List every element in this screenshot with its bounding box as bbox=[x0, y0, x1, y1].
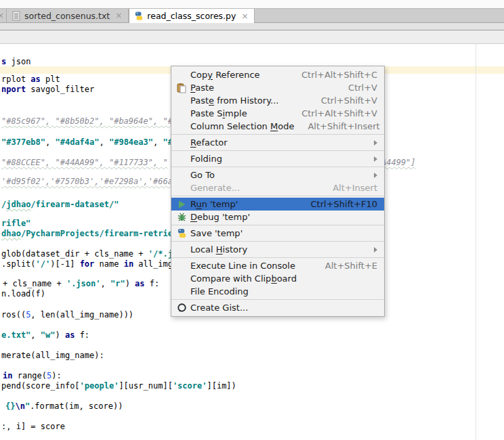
menu-separator bbox=[171, 257, 384, 258]
menu-icon-placeholder bbox=[174, 95, 189, 106]
menu-item-label: Create Gist... bbox=[190, 303, 248, 313]
menu-separator bbox=[171, 150, 384, 151]
code-token: merate(all_img_name): bbox=[1, 351, 104, 360]
close-icon[interactable]: × bbox=[0, 12, 5, 20]
code-line: ros((5, len(all_img_name))) bbox=[1, 310, 133, 320]
code-token: plt bbox=[41, 74, 60, 84]
menu-shortcut: Alt+Insert bbox=[319, 183, 377, 193]
menu-item-run-temp[interactable]: Run 'temp'Ctrl+Shift+F10 bbox=[171, 198, 384, 211]
menu-separator bbox=[171, 225, 384, 225]
code-token: f: bbox=[75, 330, 89, 340]
code-token: .format(im, score)) bbox=[30, 401, 123, 411]
code-token: in bbox=[124, 259, 133, 269]
code-token: /firearm-dataset/" bbox=[30, 200, 119, 209]
menu-item-compare-with-clipboard[interactable]: Compare with Clipboard bbox=[171, 272, 384, 285]
menu-item-label: Generate... bbox=[190, 183, 240, 193]
code-line: + cls_name + '.json', "r") as f: bbox=[3, 279, 159, 288]
code-token: .split( bbox=[1, 259, 36, 269]
close-icon[interactable]: × bbox=[114, 12, 123, 20]
paste-icon bbox=[174, 83, 189, 93]
right-margin-guide bbox=[476, 44, 476, 440]
code-token: name bbox=[94, 259, 123, 269]
menu-item-create-gist[interactable]: Create Gist... bbox=[171, 301, 384, 314]
menu-item-paste[interactable]: PasteCtrl+V bbox=[171, 81, 384, 94]
tab-sorted-consenus[interactable]: sorted_consenus.txt × bbox=[7, 9, 129, 22]
menu-icon-placeholder bbox=[174, 273, 189, 284]
menu-item-local-history[interactable]: Local History bbox=[171, 243, 384, 256]
python-icon bbox=[134, 11, 144, 21]
menu-item-execute-line-in-console[interactable]: Execute Line in ConsoleAlt+Shift+E bbox=[171, 259, 384, 272]
code-line: "#377eb8", "#4daf4a", "#984ea3", "#f bbox=[1, 137, 177, 147]
menu-item-label: Paste Simple bbox=[190, 108, 247, 118]
code-token: "#4daf4a" bbox=[55, 137, 99, 147]
code-token: as bbox=[65, 330, 75, 340]
code-token: ) bbox=[125, 279, 135, 288]
menu-separator bbox=[171, 241, 384, 242]
debug-icon bbox=[174, 212, 189, 223]
code-token: , bbox=[101, 279, 110, 288]
menu-item-label: Go To bbox=[190, 170, 215, 180]
window-top-strip bbox=[0, 0, 504, 9]
code-token: ][im]) bbox=[207, 381, 236, 391]
menu-icon-placeholder bbox=[174, 286, 189, 297]
code-line: "#85c967", "#8b50b2", "#ba964e", "# bbox=[1, 116, 173, 126]
menu-item-paste-from-history[interactable]: Paste from History...Ctrl+Shift+V bbox=[171, 94, 384, 107]
menu-icon-placeholder bbox=[174, 261, 189, 271]
close-icon[interactable]: × bbox=[240, 12, 249, 20]
code-line: e.txt", "w") as f: bbox=[1, 330, 89, 340]
code-token: , bbox=[30, 330, 40, 340]
menu-item-column-selection-mode[interactable]: Column Selection ModeAlt+Shift+Insert bbox=[171, 120, 384, 133]
code-token: , len(all_img_name))) bbox=[30, 310, 133, 320]
menu-item-debug-temp[interactable]: Debug 'temp' bbox=[171, 211, 384, 223]
menu-shortcut: Alt+Shift+E bbox=[312, 261, 377, 271]
menu-shortcut: Ctrl+V bbox=[335, 83, 377, 93]
menu-icon-placeholder bbox=[174, 70, 189, 81]
code-token: )[-1] bbox=[50, 259, 79, 269]
menu-separator bbox=[171, 299, 384, 300]
ide-window: × sorted_consenus.txt × read_class_score… bbox=[0, 0, 504, 440]
submenu-arrow-icon bbox=[374, 140, 377, 146]
code-token: ) bbox=[56, 330, 65, 340]
menu-item-label: Compare with Clipboard bbox=[190, 273, 297, 284]
code-token: :, i] = score bbox=[1, 422, 65, 431]
menu-item-label: Execute Line in Console bbox=[190, 261, 295, 271]
code-token: jdhao bbox=[6, 200, 30, 209]
code-token: as bbox=[30, 74, 40, 84]
menu-item-label: Paste bbox=[190, 83, 214, 93]
menu-item-folding[interactable]: Folding bbox=[171, 152, 384, 165]
code-token: ros(( bbox=[1, 310, 26, 320]
submenu-arrow-icon bbox=[374, 156, 377, 162]
code-token: , bbox=[45, 137, 55, 147]
code-token: e.txt" bbox=[1, 330, 30, 340]
code-token: A4499"] bbox=[381, 158, 416, 167]
menu-item-paste-simple[interactable]: Paste SimpleCtrl+Alt+Shift+V bbox=[171, 107, 384, 120]
menu-item-file-encoding[interactable]: File Encoding bbox=[171, 285, 384, 298]
menu-item-generate: Generate...Alt+Insert bbox=[171, 181, 384, 194]
menu-item-save-temp[interactable]: Save 'temp' bbox=[171, 227, 384, 240]
menu-item-go-to[interactable]: Go To bbox=[171, 169, 384, 181]
menu-item-copy-reference[interactable]: Copy ReferenceCtrl+Alt+Shift+C bbox=[171, 68, 384, 81]
partial-tab[interactable]: × bbox=[0, 9, 7, 22]
menu-icon-placeholder bbox=[174, 154, 189, 164]
code-token: /PycharmProjects/firearm-retrie bbox=[21, 229, 173, 238]
menu-item-refactor[interactable]: Refactor bbox=[171, 136, 384, 149]
github-icon bbox=[174, 303, 189, 313]
tab-read-class-scores[interactable]: read_class_scores.py × bbox=[129, 9, 255, 23]
code-token: "#85c967", "#8b50b2", "#ba964e", "# bbox=[1, 116, 173, 126]
submenu-arrow-icon bbox=[374, 247, 377, 252]
code-token: 'score' bbox=[173, 381, 207, 391]
code-token: n.load(f) bbox=[1, 289, 45, 299]
code-token: rifle" bbox=[1, 219, 30, 228]
menu-shortcut: Ctrl+Shift+F10 bbox=[297, 199, 377, 209]
code-line: {}\n".format(im, score)) bbox=[5, 401, 123, 411]
code-line: in range(5): bbox=[3, 371, 62, 380]
code-token: glob(dataset_dir + cls_name + bbox=[1, 249, 148, 259]
menu-item-label: Copy Reference bbox=[190, 70, 260, 80]
menu-item-label: Local History bbox=[190, 244, 247, 255]
code-line: '#d95f02','#7570b3','#e7298a','#66a bbox=[1, 177, 173, 186]
code-token: all_img bbox=[133, 259, 173, 269]
menu-shortcut: Alt+Shift+Insert bbox=[294, 121, 379, 131]
code-line: pend(score_info['people'][usr_num]['scor… bbox=[1, 381, 236, 391]
code-token: '/' bbox=[36, 259, 51, 269]
code-token: ][usr_num][ bbox=[119, 381, 172, 391]
